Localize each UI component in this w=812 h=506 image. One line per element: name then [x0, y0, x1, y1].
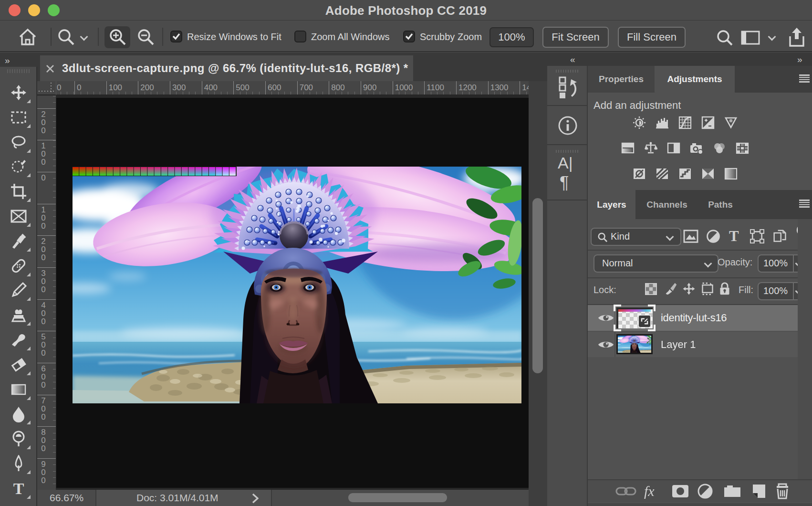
svg-text:T: T [13, 480, 24, 497]
